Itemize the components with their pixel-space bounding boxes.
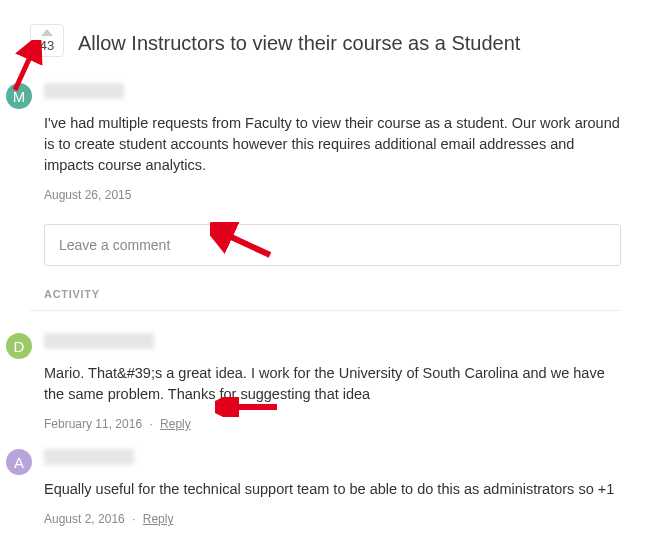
author-name-redacted (44, 449, 134, 465)
post-body: I've had multiple requests from Faculty … (44, 113, 621, 176)
author-name-redacted (44, 83, 124, 99)
divider (30, 310, 621, 311)
comment-input[interactable]: Leave a comment (44, 224, 621, 266)
author-name-redacted (44, 333, 154, 349)
post-date: August 26, 2015 (44, 188, 621, 202)
activity-heading: ACTIVITY (44, 288, 621, 300)
comment-body: Equally useful for the technical support… (44, 479, 621, 500)
comment-date: February 11, 2016 (44, 417, 142, 431)
separator-dot: · (149, 417, 152, 431)
vote-count: 43 (40, 38, 54, 53)
separator-dot: · (132, 512, 135, 526)
upvote-icon (41, 29, 53, 36)
comment-date: August 2, 2016 (44, 512, 125, 526)
avatar: D (6, 333, 32, 359)
avatar: M (6, 83, 32, 109)
avatar: A (6, 449, 32, 475)
reply-link[interactable]: Reply (143, 512, 174, 526)
comment-body: Mario. That&#39;s a great idea. I work f… (44, 363, 621, 405)
upvote-button[interactable]: 43 (30, 24, 64, 57)
reply-link[interactable]: Reply (160, 417, 191, 431)
post-title: Allow Instructors to view their course a… (78, 30, 520, 56)
